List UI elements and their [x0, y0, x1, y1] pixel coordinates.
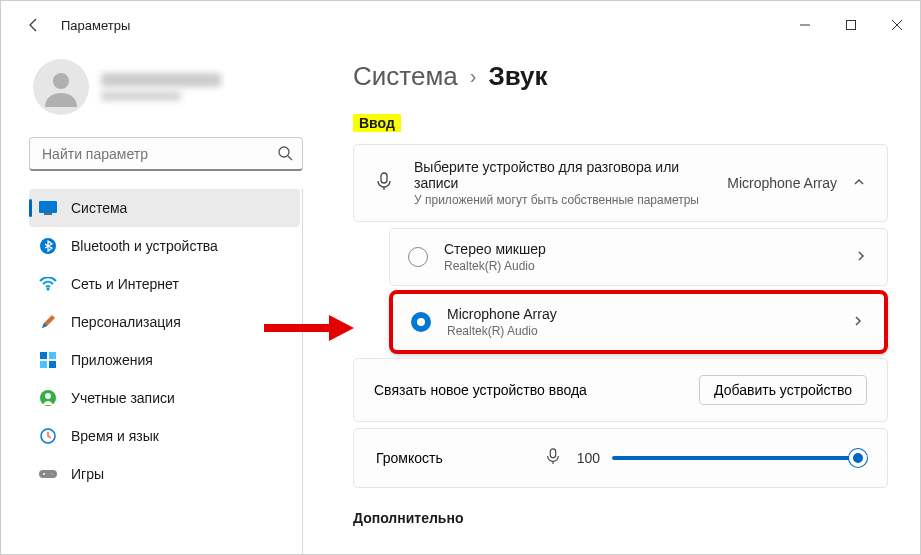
- device-name: Microphone Array: [447, 306, 836, 322]
- person-icon: [39, 389, 57, 407]
- svg-point-20: [51, 473, 53, 475]
- section-more-header: Дополнительно: [353, 510, 888, 526]
- nav-label: Игры: [71, 466, 104, 482]
- titlebar: Параметры: [1, 1, 920, 49]
- nav-label: Учетные записи: [71, 390, 175, 406]
- window-controls: [782, 1, 920, 49]
- search-icon: [277, 145, 293, 165]
- svg-rect-8: [44, 213, 52, 215]
- nav-list: Система Bluetooth и устройства Сеть и Ин…: [29, 189, 303, 554]
- device-driver: Realtek(R) Audio: [447, 324, 836, 338]
- microphone-icon[interactable]: [544, 447, 562, 469]
- svg-rect-13: [40, 361, 47, 368]
- svg-point-10: [47, 288, 50, 291]
- page-title: Звук: [488, 61, 547, 92]
- input-device-title: Выберите устройство для разговора или за…: [414, 159, 709, 191]
- nav-label: Время и язык: [71, 428, 159, 444]
- sidebar-item-apps[interactable]: Приложения: [29, 341, 300, 379]
- paintbrush-icon: [39, 313, 57, 331]
- svg-rect-21: [381, 173, 387, 183]
- volume-value: 100: [574, 450, 600, 466]
- nav-label: Персонализация: [71, 314, 181, 330]
- breadcrumb-parent[interactable]: Система: [353, 61, 458, 92]
- radio-unchecked[interactable]: [408, 247, 428, 267]
- input-device-subtitle: У приложений могут быть собственные пара…: [414, 193, 709, 207]
- pair-device-label: Связать новое устройство ввода: [374, 382, 681, 398]
- chevron-right-icon: [852, 313, 866, 331]
- nav-label: Приложения: [71, 352, 153, 368]
- profile-name: [101, 73, 221, 101]
- radio-checked[interactable]: [411, 312, 431, 332]
- sidebar-item-gaming[interactable]: Игры: [29, 455, 300, 493]
- pair-device-card: Связать новое устройство ввода Добавить …: [353, 358, 888, 422]
- search-input[interactable]: [29, 137, 303, 171]
- svg-rect-12: [49, 352, 56, 359]
- avatar: [33, 59, 89, 115]
- svg-rect-11: [40, 352, 47, 359]
- nav-label: Сеть и Интернет: [71, 276, 179, 292]
- chevron-up-icon: [853, 174, 867, 192]
- sidebar-item-system[interactable]: Система: [29, 189, 300, 227]
- svg-point-5: [279, 147, 289, 157]
- device-name: Стерео микшер: [444, 241, 839, 257]
- device-option-stereo-mixer[interactable]: Стерео микшер Realtek(R) Audio: [389, 228, 888, 286]
- maximize-button[interactable]: [828, 1, 874, 49]
- svg-rect-7: [39, 201, 57, 213]
- nav-label: Bluetooth и устройства: [71, 238, 218, 254]
- sidebar-item-accounts[interactable]: Учетные записи: [29, 379, 300, 417]
- svg-point-16: [45, 393, 51, 399]
- clock-globe-icon: [39, 427, 57, 445]
- svg-rect-14: [49, 361, 56, 368]
- section-input-header: Ввод: [353, 114, 401, 132]
- sidebar-item-personalization[interactable]: Персонализация: [29, 303, 300, 341]
- bluetooth-icon: [39, 237, 57, 255]
- volume-slider[interactable]: [612, 456, 865, 460]
- nav-label: Система: [71, 200, 127, 216]
- svg-point-4: [53, 73, 69, 89]
- svg-point-19: [43, 473, 45, 475]
- chevron-right-icon: ›: [470, 65, 477, 88]
- svg-rect-18: [39, 470, 57, 478]
- microphone-icon: [374, 171, 396, 195]
- search-box[interactable]: [29, 137, 303, 171]
- chevron-right-icon: [855, 248, 869, 266]
- apps-icon: [39, 351, 57, 369]
- highlighted-option: Microphone Array Realtek(R) Audio: [389, 290, 888, 354]
- main-content: Система › Звук Ввод Выберите устройство …: [317, 49, 920, 554]
- svg-line-6: [288, 156, 292, 160]
- sidebar-item-time-language[interactable]: Время и язык: [29, 417, 300, 455]
- add-device-button[interactable]: Добавить устройство: [699, 375, 867, 405]
- sidebar-item-bluetooth[interactable]: Bluetooth и устройства: [29, 227, 300, 265]
- svg-rect-1: [847, 21, 856, 30]
- user-profile[interactable]: [29, 49, 303, 137]
- device-driver: Realtek(R) Audio: [444, 259, 839, 273]
- breadcrumb: Система › Звук: [353, 61, 888, 92]
- gamepad-icon: [39, 465, 57, 483]
- window-title: Параметры: [61, 18, 130, 33]
- svg-rect-22: [550, 449, 555, 458]
- slider-thumb[interactable]: [849, 449, 867, 467]
- minimize-button[interactable]: [782, 1, 828, 49]
- input-device-card[interactable]: Выберите устройство для разговора или за…: [353, 144, 888, 222]
- back-button[interactable]: [19, 10, 49, 40]
- sidebar-item-network[interactable]: Сеть и Интернет: [29, 265, 300, 303]
- volume-card: Громкость 100: [353, 428, 888, 488]
- sidebar: Система Bluetooth и устройства Сеть и Ин…: [1, 49, 317, 554]
- close-button[interactable]: [874, 1, 920, 49]
- display-icon: [39, 199, 57, 217]
- wifi-icon: [39, 275, 57, 293]
- current-input-device: Microphone Array: [727, 175, 837, 191]
- device-option-microphone-array[interactable]: Microphone Array Realtek(R) Audio: [389, 290, 888, 354]
- volume-label: Громкость: [376, 450, 526, 466]
